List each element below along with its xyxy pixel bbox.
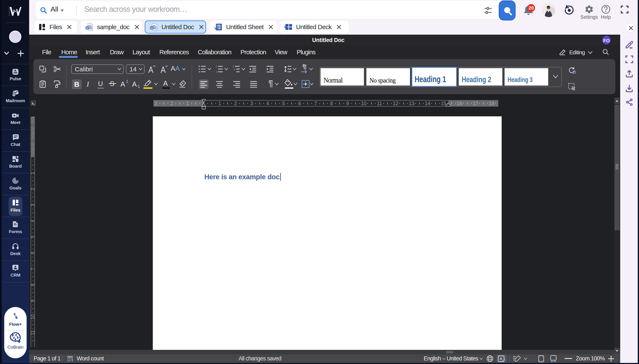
svg-text:12: 12 <box>67 358 71 362</box>
svg-text:2: 2 <box>216 70 217 73</box>
svg-text:1: 1 <box>216 65 217 68</box>
svg-text:1: 1 <box>233 65 234 68</box>
svg-text:a: a <box>234 68 235 70</box>
svg-text:A: A <box>500 357 502 361</box>
